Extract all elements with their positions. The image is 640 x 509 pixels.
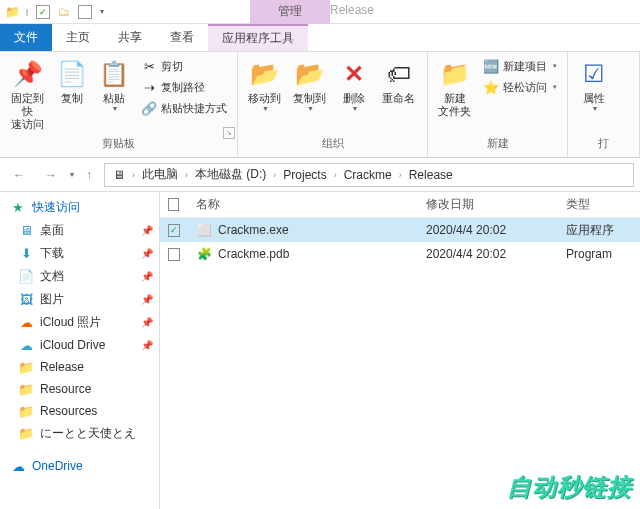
- delete-icon: ✕: [338, 58, 370, 90]
- sidebar-item-downloads[interactable]: ⬇下载📌: [0, 242, 159, 265]
- tab-share[interactable]: 共享: [104, 24, 156, 51]
- cut-button[interactable]: ✂剪切: [137, 56, 231, 76]
- group-label-new: 新建: [434, 134, 561, 153]
- bc-root-icon[interactable]: 🖥: [109, 168, 129, 182]
- sb-label: iCloud 照片: [40, 314, 101, 331]
- sb-label: 图片: [40, 291, 64, 308]
- chevron-down-icon: ▾: [553, 62, 557, 70]
- properties-label: 属性: [583, 92, 605, 105]
- bc-crackme[interactable]: Crackme: [340, 168, 396, 182]
- column-header-type[interactable]: 类型: [558, 192, 640, 217]
- file-icon: ⬜: [196, 222, 212, 238]
- explorer-body: ★快速访问 🖥桌面📌 ⬇下载📌 📄文档📌 🖼图片📌 ☁iCloud 照片📌 ☁i…: [0, 192, 640, 509]
- dialog-launcher-clipboard[interactable]: ↘: [223, 127, 235, 139]
- newfolder-icon: 📁: [439, 58, 471, 90]
- copy-to-button[interactable]: 📂 复制到▼: [289, 56, 330, 114]
- file-row[interactable]: ✓⬜Crackme.exe2020/4/4 20:02应用程序: [160, 218, 640, 242]
- row-checkbox[interactable]: [168, 248, 180, 261]
- bc-release[interactable]: Release: [405, 168, 457, 182]
- sidebar-item-icloud-drive[interactable]: ☁iCloud Drive📌: [0, 334, 159, 356]
- star-icon: ★: [10, 200, 26, 216]
- sb-label: Resources: [40, 404, 97, 418]
- rename-label: 重命名: [382, 92, 415, 105]
- properties-button[interactable]: ☑ 属性▼: [574, 56, 614, 114]
- row-checkbox[interactable]: ✓: [168, 224, 180, 237]
- sb-label: Release: [40, 360, 84, 374]
- tab-app-tools[interactable]: 应用程序工具: [208, 24, 308, 51]
- sidebar-item-pictures[interactable]: 🖼图片📌: [0, 288, 159, 311]
- column-header-checkbox[interactable]: [160, 192, 188, 217]
- tab-file[interactable]: 文件: [0, 24, 52, 51]
- column-header-date[interactable]: 修改日期: [418, 192, 558, 217]
- newitem-icon: 🆕: [483, 58, 499, 74]
- rename-button[interactable]: 🏷 重命名: [378, 56, 419, 114]
- chevron-down-icon: ▼: [352, 105, 359, 112]
- move-to-button[interactable]: 📂 移动到▼: [244, 56, 285, 114]
- picture-icon: 🖼: [18, 292, 34, 308]
- bc-sep: ›: [331, 170, 340, 180]
- copy-path-label: 复制路径: [161, 80, 205, 95]
- forward-button[interactable]: →: [38, 162, 64, 188]
- folder-icon: 📁: [18, 381, 34, 397]
- paste-button[interactable]: 📋 粘贴 ▼: [95, 56, 133, 133]
- sidebar-item-release[interactable]: 📁Release: [0, 356, 159, 378]
- sb-label: 下载: [40, 245, 64, 262]
- chevron-down-icon: ▼: [112, 105, 119, 112]
- back-button[interactable]: ←: [6, 162, 32, 188]
- sidebar-item-documents[interactable]: 📄文档📌: [0, 265, 159, 288]
- copy-path-button[interactable]: ⇢复制路径: [137, 77, 231, 97]
- sidebar-item-resources[interactable]: 📁Resources: [0, 400, 159, 422]
- group-open: ☑ 属性▼ 打: [568, 52, 640, 157]
- bc-sep: ›: [182, 170, 191, 180]
- file-row[interactable]: 🧩Crackme.pdb2020/4/4 20:02Program: [160, 242, 640, 266]
- bc-drive[interactable]: 本地磁盘 (D:): [191, 166, 270, 183]
- pin-icon: 📌: [141, 317, 153, 328]
- icloud-photo-icon: ☁: [18, 315, 34, 331]
- qat-checkbox-1[interactable]: ✓: [36, 5, 50, 19]
- sidebar-item-jp[interactable]: 📁にーとと天使とえ: [0, 422, 159, 445]
- column-header-name[interactable]: 名称: [188, 192, 418, 217]
- sidebar-onedrive[interactable]: ☁OneDrive: [0, 455, 159, 477]
- paste-shortcut-button[interactable]: 🔗粘贴快捷方式: [137, 98, 231, 118]
- download-icon: ⬇: [18, 246, 34, 262]
- group-label-open: 打: [574, 134, 633, 153]
- bc-sep: ›: [396, 170, 405, 180]
- sidebar-item-icloud-photos[interactable]: ☁iCloud 照片📌: [0, 311, 159, 334]
- select-all-checkbox[interactable]: [168, 198, 179, 211]
- file-list-pane: 名称 修改日期 类型 ✓⬜Crackme.exe2020/4/4 20:02应用…: [160, 192, 640, 509]
- file-type: Program: [558, 242, 640, 266]
- up-button[interactable]: ↑: [80, 162, 98, 188]
- bc-pc[interactable]: 此电脑: [138, 166, 182, 183]
- folder-icon: 📁: [18, 426, 34, 442]
- tab-home[interactable]: 主页: [52, 24, 104, 51]
- file-list: ✓⬜Crackme.exe2020/4/4 20:02应用程序🧩Crackme.…: [160, 218, 640, 266]
- delete-button[interactable]: ✕ 删除▼: [334, 56, 374, 114]
- delete-label: 删除: [343, 92, 365, 105]
- bc-projects[interactable]: Projects: [279, 168, 330, 182]
- app-icon: 📁: [4, 4, 20, 20]
- pin-quick-access-button[interactable]: 📌 固定到快 速访问: [6, 56, 49, 133]
- breadcrumb[interactable]: 🖥› 此电脑› 本地磁盘 (D:)› Projects› Crackme› Re…: [104, 163, 634, 187]
- qat-checkbox-2[interactable]: [78, 5, 92, 19]
- history-dropdown[interactable]: ▾: [70, 170, 74, 179]
- newitem-label: 新建项目: [503, 59, 547, 74]
- bc-sep: ›: [270, 170, 279, 180]
- document-icon: 📄: [18, 269, 34, 285]
- sidebar-item-desktop[interactable]: 🖥桌面📌: [0, 219, 159, 242]
- easyaccess-label: 轻松访问: [503, 80, 547, 95]
- pin-label: 固定到快 速访问: [10, 92, 45, 131]
- qat-folder-icon[interactable]: 🗂: [56, 4, 72, 20]
- sidebar-item-resource[interactable]: 📁Resource: [0, 378, 159, 400]
- new-folder-button[interactable]: 📁 新建 文件夹: [434, 56, 475, 120]
- ribbon-tabs: 文件 主页 共享 查看 应用程序工具: [0, 24, 640, 52]
- copy-button[interactable]: 📄 复制: [53, 56, 91, 133]
- pin-icon: 📌: [141, 294, 153, 305]
- sidebar-quick-access[interactable]: ★快速访问: [0, 196, 159, 219]
- column-header-row: 名称 修改日期 类型: [160, 192, 640, 218]
- tab-view[interactable]: 查看: [156, 24, 208, 51]
- newfolder-label: 新建 文件夹: [438, 92, 471, 118]
- easy-access-button[interactable]: ⭐轻松访问▾: [479, 77, 561, 97]
- qat-dropdown[interactable]: ▾: [98, 7, 106, 16]
- moveto-label: 移动到: [248, 92, 281, 105]
- new-item-button[interactable]: 🆕新建项目▾: [479, 56, 561, 76]
